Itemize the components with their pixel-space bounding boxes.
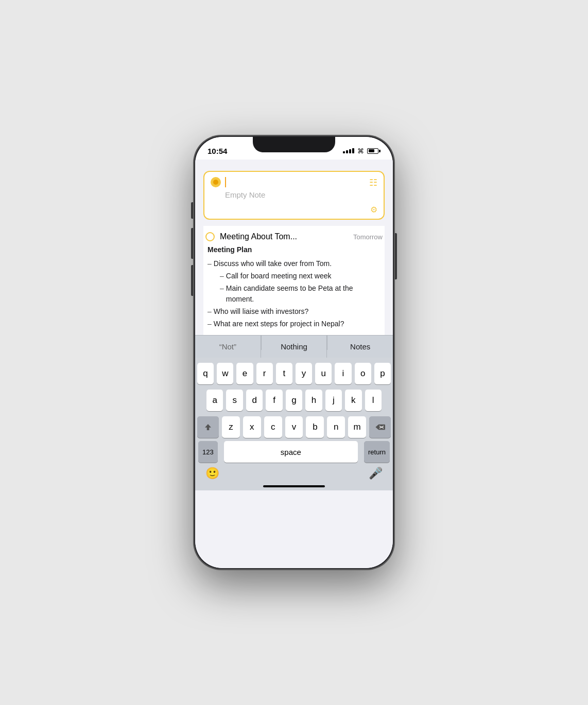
wifi-icon: ⌘	[357, 147, 364, 155]
return-key[interactable]: return	[364, 441, 390, 463]
key-n[interactable]: n	[327, 416, 345, 438]
signal-icon	[343, 148, 354, 153]
dash-icon: –	[220, 283, 224, 305]
dash-icon: –	[207, 319, 212, 329]
dash-icon: –	[207, 258, 212, 269]
mic-icon[interactable]: 🎤	[369, 467, 383, 480]
gear-icon[interactable]: ⚙	[370, 205, 377, 215]
key-l[interactable]: l	[365, 390, 382, 411]
note-item[interactable]: Meeting About Tom... Tomorrow Meeting Pl…	[203, 226, 385, 335]
app-content: ☷ Empty Note ⚙ Meeting About Tom... Tomo…	[195, 160, 393, 568]
key-u[interactable]: u	[315, 363, 332, 384]
grid-icon[interactable]: ☷	[369, 177, 377, 188]
list-item: – Who will liaise with investors?	[207, 306, 381, 317]
keyboard-suggestions: “Not” Nothing Notes	[195, 335, 393, 358]
suggestion-notes[interactable]: Notes	[327, 336, 393, 358]
list-item-text: What are next steps for project in Nepal…	[214, 319, 344, 329]
note-title: Meeting About Tom...	[220, 232, 348, 241]
key-k[interactable]: k	[345, 390, 361, 411]
list-item-text: Who will liaise with investors?	[214, 306, 308, 317]
battery-icon	[367, 148, 381, 154]
key-d[interactable]: d	[246, 390, 263, 411]
list-item: – What are next steps for project in Nep…	[207, 319, 381, 329]
keyboard-row-3: z x c v b n m	[197, 416, 391, 438]
suggestion-not[interactable]: “Not”	[195, 336, 261, 358]
emoji-icon[interactable]: 🙂	[205, 467, 219, 480]
dash-icon: –	[207, 306, 212, 317]
status-icons: ⌘	[343, 147, 381, 155]
compose-area[interactable]: ☷ Empty Note ⚙	[203, 171, 385, 220]
mute-button[interactable]	[191, 202, 193, 219]
priority-inner	[213, 180, 218, 185]
note-date: Tomorrow	[353, 233, 383, 241]
power-button[interactable]	[395, 233, 397, 279]
key-v[interactable]: v	[285, 416, 303, 438]
key-h[interactable]: h	[305, 390, 322, 411]
list-item: – Discuss who will take over from Tom.	[207, 258, 381, 269]
key-x[interactable]: x	[243, 416, 261, 438]
notch	[253, 137, 335, 152]
delete-key[interactable]	[369, 416, 391, 438]
list-item-text: Call for board meeting next week	[226, 271, 332, 281]
key-g[interactable]: g	[286, 390, 302, 411]
phone-screen: 10:54 ⌘	[195, 137, 393, 568]
note-circle	[205, 232, 215, 241]
keyboard: q w e r t y u i o p a s	[195, 358, 393, 490]
key-y[interactable]: y	[296, 363, 312, 384]
key-p[interactable]: p	[374, 363, 391, 384]
emoji-row: 🙂 🎤	[197, 463, 391, 482]
note-header: Meeting About Tom... Tomorrow	[203, 232, 385, 241]
list-item: – Call for board meeting next week	[220, 271, 381, 281]
dash-icon: –	[220, 271, 224, 281]
key-j[interactable]: j	[325, 390, 342, 411]
clock: 10:54	[207, 147, 227, 155]
key-f[interactable]: f	[266, 390, 282, 411]
key-r[interactable]: r	[256, 363, 273, 384]
key-t[interactable]: t	[276, 363, 292, 384]
compose-placeholder: Empty Note	[211, 187, 377, 202]
shift-icon	[203, 422, 213, 432]
suggestion-label: “Not”	[219, 342, 236, 351]
compose-top-row	[211, 177, 377, 187]
key-a[interactable]: a	[206, 390, 223, 411]
numbers-key[interactable]: 123	[198, 441, 218, 463]
space-key[interactable]: space	[224, 441, 358, 463]
suggestion-nothing[interactable]: Nothing	[262, 336, 327, 358]
text-cursor	[225, 177, 226, 187]
key-m[interactable]: m	[348, 416, 366, 438]
list-item-text: Discuss who will take over from Tom.	[214, 258, 332, 269]
list-item: – Main candidate seems to be Peta at the…	[220, 283, 381, 305]
volume-down-button[interactable]	[191, 265, 193, 296]
volume-up-button[interactable]	[191, 228, 193, 259]
shift-key[interactable]	[197, 416, 219, 438]
delete-icon	[375, 424, 385, 431]
suggestion-label: Nothing	[281, 342, 307, 351]
list-item-text: Main candidate seems to be Peta at the m…	[226, 283, 381, 305]
key-i[interactable]: i	[335, 363, 351, 384]
nav-bar-spacer	[195, 160, 393, 165]
home-indicator	[263, 485, 325, 487]
keyboard-row-1: q w e r t y u i o p	[197, 363, 391, 384]
key-z[interactable]: z	[222, 416, 240, 438]
key-e[interactable]: e	[236, 363, 253, 384]
key-w[interactable]: w	[217, 363, 233, 384]
phone-device: 10:54 ⌘	[194, 135, 394, 570]
note-body: Meeting Plan – Discuss who will take ove…	[203, 244, 385, 329]
keyboard-bottom-row: 123 space return	[197, 441, 391, 463]
keyboard-row-2: a s d f g h j k l	[197, 390, 391, 411]
note-body-title: Meeting Plan	[207, 244, 381, 255]
priority-circle	[211, 177, 221, 187]
screen-content: 10:54 ⌘	[195, 137, 393, 568]
suggestion-label: Notes	[350, 342, 370, 351]
key-s[interactable]: s	[226, 390, 243, 411]
key-q[interactable]: q	[197, 363, 214, 384]
key-c[interactable]: c	[264, 416, 282, 438]
key-b[interactable]: b	[306, 416, 324, 438]
key-o[interactable]: o	[355, 363, 371, 384]
mid-keys: z x c v b n m	[222, 416, 366, 438]
